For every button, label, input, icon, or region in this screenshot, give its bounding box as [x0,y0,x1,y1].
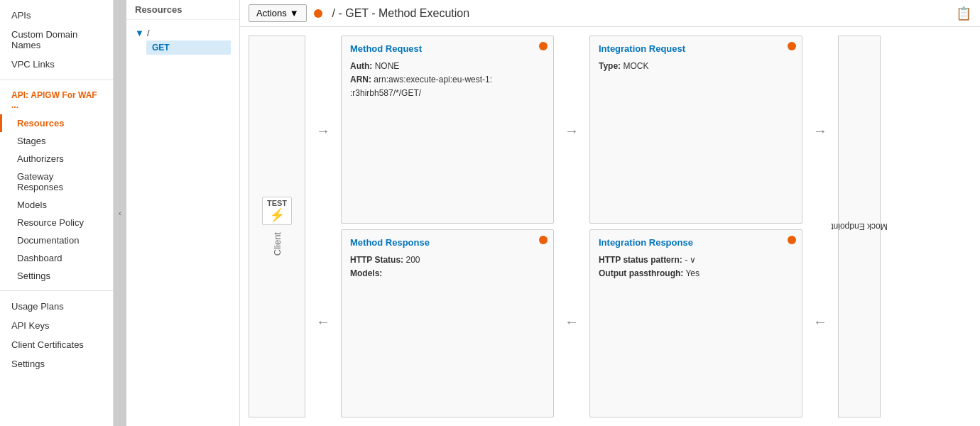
sidebar: APIs Custom Domain Names VPC Links API: … [0,0,114,426]
auth-value: NONE [375,61,400,71]
sidebar-sub-item-resources[interactable]: Resources [0,114,113,132]
method-request-auth: Auth: NONE [350,60,545,73]
actions-label: Actions [256,8,287,18]
sidebar-item-vpc-links[interactable]: VPC Links [0,55,113,74]
sidebar-sub-item-authorizers[interactable]: Authorizers [0,150,113,168]
sidebar-sub-item-settings[interactable]: Settings [0,267,113,285]
auth-label: Auth: [350,61,372,71]
sidebar-item-client-certificates[interactable]: Client Certificates [0,335,113,354]
passthrough-label: Output passthrough: [599,268,683,278]
mock-endpoint-box: Mock Endpoint [838,36,881,417]
sidebar-divider-2 [0,290,113,291]
status-value: 200 [405,255,420,265]
sidebar-item-usage-plans[interactable]: Usage Plans [0,297,113,316]
integration-request-dot [788,42,796,50]
resources-panel: Resources ▼ / GET [126,0,240,426]
sidebar-divider-1 [0,80,113,80]
method-request-dot [539,42,548,50]
sidebar-item-api-keys[interactable]: API Keys [0,316,113,335]
title-orange-dot [314,9,322,18]
page-title: / - GET - Method Execution [332,7,470,20]
arrow-right-2: → [554,36,589,226]
arrow-right-1: → [305,36,341,226]
arn-value: arn:aws:execute-api:eu-west-1: :r3hirbh5… [350,75,492,98]
tree-method-get[interactable]: GET [146,40,231,55]
tree-expand-icon: ▼ [135,28,144,38]
method-response-content: HTTP Status: 200 Models: [350,253,545,280]
tree-root-label: / [147,28,150,38]
sidebar-sub-item-gateway-responses[interactable]: Gateway Responses [0,168,113,196]
pattern-label: HTTP status pattern: [599,255,682,265]
resources-header-label: Resources [135,4,182,15]
arrow-left-3: ← [802,226,838,417]
tree-root-slash[interactable]: ▼ / [135,26,231,40]
integration-request-content: Type: MOCK [599,60,793,73]
execution-area: TEST ⚡ Client → ← Method Request Auth: N… [240,27,980,426]
integration-request-box: Integration Request Type: MOCK [589,36,802,224]
sidebar-sub-item-resource-policy[interactable]: Resource Policy [0,214,113,231]
method-request-box: Method Request Auth: NONE ARN: arn:aws:e… [341,36,554,224]
integration-request-type: Type: MOCK [599,60,793,73]
sidebar-item-apis[interactable]: APIs [0,6,113,25]
method-response-box: Method Response HTTP Status: 200 Models: [341,229,554,417]
actions-chevron-icon: ▼ [290,8,299,18]
pattern-value[interactable]: - ∨ [685,255,696,265]
sidebar-item-settings-global[interactable]: Settings [0,354,113,373]
method-col-left: Method Request Auth: NONE ARN: arn:aws:e… [341,36,554,417]
passthrough-value: Yes [685,268,699,278]
type-label: Type: [599,61,621,71]
arrow-left-2: ← [554,226,589,417]
resources-tree: ▼ / GET [126,20,239,60]
test-badge[interactable]: TEST ⚡ [262,197,292,225]
lightning-icon: ⚡ [269,207,285,223]
actions-button[interactable]: Actions ▼ [249,4,307,22]
integration-col: Integration Request Type: MOCK Integrati… [589,36,802,417]
integration-response-box: Integration Response HTTP status pattern… [589,229,802,417]
sidebar-item-custom-domain-names[interactable]: Custom Domain Names [0,25,113,55]
integration-response-dot [788,236,796,244]
client-box: TEST ⚡ Client [249,36,305,417]
models-label: Models: [350,268,382,278]
api-prefix: API: [11,90,28,100]
client-label: Client [272,232,283,256]
sidebar-sub-item-dashboard[interactable]: Dashboard [0,249,113,267]
test-label: TEST [267,199,287,207]
method-request-title[interactable]: Method Request [350,43,545,54]
resources-header: Resources [126,0,239,20]
arrow-left-1: ← [305,226,341,417]
sidebar-api-label: API: APIGW For WAF ... [0,86,113,114]
integration-request-title[interactable]: Integration Request [599,43,793,54]
sidebar-sub-item-stages[interactable]: Stages [0,132,113,150]
arrow-col-2: → ← [554,36,589,417]
method-response-dot [539,236,548,244]
main-content: Actions ▼ / - GET - Method Execution 📋 T… [240,0,980,426]
sidebar-sub-item-documentation[interactable]: Documentation [0,231,113,249]
sidebar-sub-item-models[interactable]: Models [0,196,113,214]
method-response-models: Models: [350,267,545,280]
integration-response-title[interactable]: Integration Response [599,237,793,248]
mock-endpoint-label: Mock Endpoint [831,222,887,231]
top-bar: Actions ▼ / - GET - Method Execution 📋 [240,0,980,27]
breadcrumb-icon: 📋 [956,6,971,21]
method-response-title[interactable]: Method Response [350,237,545,248]
method-request-arn: ARN: arn:aws:execute-api:eu-west-1: :r3h… [350,73,545,100]
integration-response-passthrough: Output passthrough: Yes [599,267,793,280]
integration-response-pattern: HTTP status pattern: - ∨ [599,253,793,267]
method-response-status: HTTP Status: 200 [350,253,545,267]
arn-label: ARN: [350,75,371,84]
arrow-right-3: → [802,36,838,226]
client-column: TEST ⚡ Client [249,36,305,417]
sidebar-collapse-button[interactable]: ‹ [114,0,126,426]
status-label: HTTP Status: [350,255,403,265]
type-value: MOCK [623,61,648,71]
integration-response-content: HTTP status pattern: - ∨ Output passthro… [599,253,793,280]
method-request-content: Auth: NONE ARN: arn:aws:execute-api:eu-w… [350,60,545,101]
arrow-col-1: → ← [305,36,341,417]
